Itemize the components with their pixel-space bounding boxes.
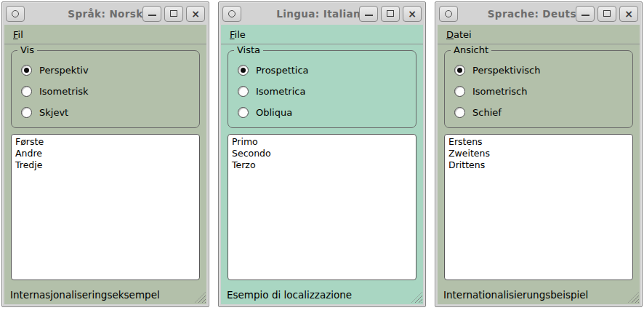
status-text: Internationalisierungsbeispiel bbox=[443, 289, 588, 301]
maximize-button[interactable] bbox=[597, 6, 616, 22]
radio-icon[interactable] bbox=[238, 107, 249, 118]
window-norsk: Språk: Norsk × Fil Vis Perspektiv bbox=[1, 1, 209, 307]
radio-option-perspective[interactable]: Perspektivisch bbox=[454, 65, 625, 76]
close-icon: × bbox=[624, 9, 633, 19]
menu-file[interactable]: Datei bbox=[446, 29, 472, 40]
titlebar[interactable]: Sprache: Deutsch × bbox=[438, 2, 640, 25]
resize-grip-icon[interactable] bbox=[411, 292, 422, 303]
radio-label: Obliqua bbox=[256, 107, 292, 118]
minimize-button[interactable] bbox=[576, 6, 595, 22]
radio-icon[interactable] bbox=[454, 107, 465, 118]
minimize-button[interactable] bbox=[142, 6, 161, 22]
menubar: Fil bbox=[4, 25, 206, 44]
window-menu-button[interactable] bbox=[439, 6, 458, 22]
listbox[interactable]: Første Andre Tredje bbox=[11, 134, 200, 280]
window-menu-button[interactable] bbox=[6, 6, 25, 22]
window-body: Datei Ansicht Perspektivisch Isometrisch bbox=[438, 25, 640, 304]
view-groupbox: Ansicht Perspektivisch Isometrisch Schie… bbox=[444, 50, 633, 128]
radio-option-isometric[interactable]: Isometrica bbox=[238, 86, 408, 97]
status-text: Esempio di localizzazione bbox=[227, 289, 352, 301]
minimize-icon bbox=[148, 11, 156, 16]
window-controls: × bbox=[142, 6, 205, 22]
titlebar[interactable]: Lingua: Italiano × bbox=[221, 2, 423, 25]
list-item[interactable]: Andre bbox=[12, 148, 199, 159]
radio-icon[interactable] bbox=[21, 86, 32, 97]
window-menu-button[interactable] bbox=[222, 6, 241, 22]
window-menu-icon bbox=[228, 10, 236, 17]
desktop: Språk: Norsk × Fil Vis Perspektiv bbox=[0, 0, 644, 309]
window-menu-icon bbox=[12, 10, 19, 17]
maximize-icon bbox=[170, 10, 177, 17]
radio-icon[interactable] bbox=[454, 65, 465, 76]
window-body: Fil Vis Perspektiv Isometrisk Skjevt bbox=[4, 25, 206, 304]
menubar: File bbox=[221, 25, 423, 44]
listbox[interactable]: Erstens Zweitens Drittens bbox=[444, 134, 633, 280]
radio-option-oblique[interactable]: Skjevt bbox=[21, 107, 192, 118]
radio-label: Skjevt bbox=[39, 107, 68, 118]
radio-option-perspective[interactable]: Prospettica bbox=[238, 65, 408, 76]
menu-file[interactable]: File bbox=[230, 29, 246, 40]
statusbar: Esempio di localizzazione bbox=[221, 285, 423, 304]
menu-file[interactable]: Fil bbox=[13, 29, 23, 40]
window-deutsch: Sprache: Deutsch × Datei Ansicht Perspek… bbox=[435, 1, 643, 307]
radio-label: Isometrisk bbox=[39, 86, 89, 97]
radio-option-perspective[interactable]: Perspektiv bbox=[21, 65, 192, 76]
list-item[interactable]: Erstens bbox=[445, 136, 632, 148]
radio-icon[interactable] bbox=[238, 86, 249, 97]
list-item[interactable]: Terzo bbox=[228, 159, 416, 171]
maximize-button[interactable] bbox=[381, 6, 400, 22]
statusbar: Internationalisierungsbeispiel bbox=[438, 285, 640, 304]
list-item[interactable]: Primo bbox=[228, 136, 416, 148]
listbox[interactable]: Primo Secondo Terzo bbox=[228, 134, 416, 280]
groupbox-label: Ansicht bbox=[451, 44, 491, 55]
radio-icon[interactable] bbox=[454, 86, 465, 97]
window-italiano: Lingua: Italiano × File Vista Prospettic… bbox=[218, 1, 426, 307]
list-item[interactable]: Secondo bbox=[228, 148, 416, 159]
maximize-icon bbox=[603, 10, 611, 17]
radio-label: Perspektivisch bbox=[472, 65, 540, 76]
titlebar[interactable]: Språk: Norsk × bbox=[4, 2, 206, 25]
radio-label: Isometrica bbox=[256, 86, 305, 97]
content: Vista Prospettica Isometrica Obliqua bbox=[221, 44, 423, 285]
radio-label: Perspektiv bbox=[39, 65, 89, 76]
content: Vis Perspektiv Isometrisk Skjevt bbox=[4, 44, 206, 285]
radio-label: Isometrisch bbox=[472, 86, 527, 97]
maximize-icon bbox=[387, 10, 394, 17]
radio-icon[interactable] bbox=[21, 65, 32, 76]
window-controls: × bbox=[359, 6, 422, 22]
content: Ansicht Perspektivisch Isometrisch Schie… bbox=[438, 44, 640, 285]
close-button[interactable]: × bbox=[186, 6, 205, 22]
close-button[interactable]: × bbox=[403, 6, 422, 22]
resize-grip-icon[interactable] bbox=[628, 292, 639, 303]
statusbar: Internasjonaliseringseksempel bbox=[4, 285, 206, 304]
status-text: Internasjonaliseringseksempel bbox=[10, 289, 160, 301]
window-menu-icon bbox=[445, 10, 452, 17]
list-item[interactable]: Tredje bbox=[12, 159, 199, 171]
window-controls: × bbox=[576, 6, 638, 22]
list-item[interactable]: Første bbox=[12, 136, 199, 148]
list-item[interactable]: Drittens bbox=[445, 159, 632, 171]
radio-option-isometric[interactable]: Isometrisk bbox=[21, 86, 192, 97]
close-button[interactable]: × bbox=[619, 6, 638, 22]
groupbox-label: Vista bbox=[234, 44, 263, 55]
minimize-icon bbox=[365, 11, 373, 16]
menubar: Datei bbox=[438, 25, 640, 44]
radio-option-isometric[interactable]: Isometrisch bbox=[454, 86, 625, 97]
radio-icon[interactable] bbox=[238, 65, 249, 76]
resize-grip-icon[interactable] bbox=[195, 292, 206, 303]
list-item[interactable]: Zweitens bbox=[445, 148, 632, 159]
radio-option-oblique[interactable]: Schief bbox=[454, 107, 625, 118]
radio-icon[interactable] bbox=[21, 107, 32, 118]
close-icon: × bbox=[408, 9, 416, 19]
view-groupbox: Vista Prospettica Isometrica Obliqua bbox=[228, 50, 416, 128]
radio-option-oblique[interactable]: Obliqua bbox=[238, 107, 408, 118]
close-icon: × bbox=[191, 9, 200, 19]
minimize-icon bbox=[581, 11, 589, 16]
groupbox-label: Vis bbox=[17, 44, 37, 55]
radio-label: Schief bbox=[472, 107, 502, 118]
radio-label: Prospettica bbox=[256, 65, 309, 76]
view-groupbox: Vis Perspektiv Isometrisk Skjevt bbox=[11, 50, 200, 128]
window-body: File Vista Prospettica Isometrica Obl bbox=[221, 25, 423, 304]
minimize-button[interactable] bbox=[359, 6, 378, 22]
maximize-button[interactable] bbox=[164, 6, 183, 22]
